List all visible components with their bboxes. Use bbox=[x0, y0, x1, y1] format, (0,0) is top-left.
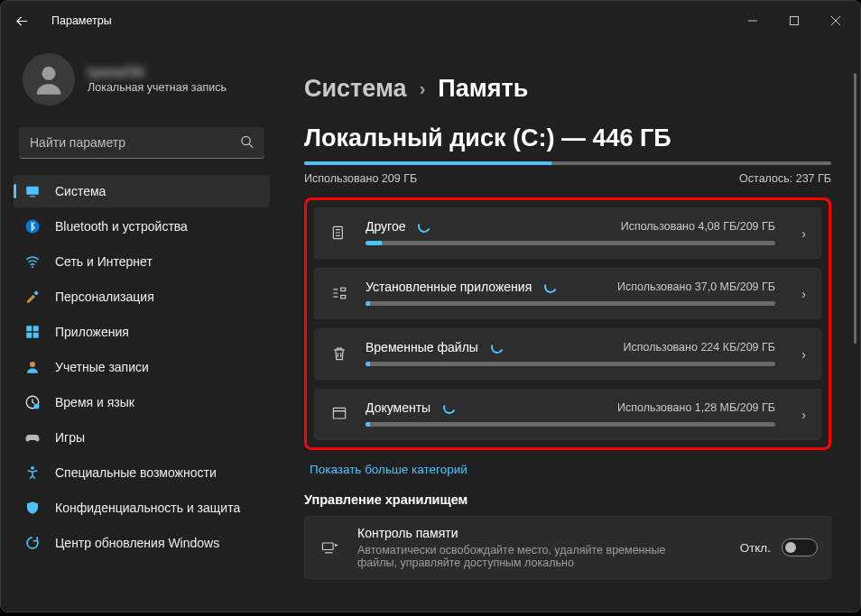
minimize-button[interactable] bbox=[732, 6, 773, 35]
category-used: Использовано 224 КБ/209 ГБ bbox=[624, 341, 775, 354]
account-name: tyomaTIK bbox=[88, 65, 227, 79]
svg-rect-10 bbox=[26, 333, 32, 338]
sidebar-item-personalization[interactable]: Персонализация bbox=[14, 280, 270, 313]
search-icon bbox=[240, 134, 254, 152]
personalization-icon bbox=[24, 289, 41, 305]
privacy-icon bbox=[24, 500, 41, 516]
category-used: Использовано 1,28 МБ/209 ГБ bbox=[617, 401, 775, 414]
close-button[interactable] bbox=[815, 6, 856, 35]
svg-point-15 bbox=[31, 466, 34, 470]
disk-free-label: Осталось: 237 ГБ bbox=[739, 172, 831, 185]
category-bar bbox=[366, 422, 775, 427]
storage-sense-card[interactable]: Контроль памяти Автоматически освобождай… bbox=[304, 516, 831, 579]
svg-rect-21 bbox=[323, 543, 334, 550]
svg-rect-0 bbox=[791, 17, 799, 25]
scrollbar[interactable] bbox=[854, 73, 857, 602]
avatar bbox=[23, 53, 75, 106]
sidebar-item-label: Персонализация bbox=[55, 290, 154, 304]
sidebar-item-system[interactable]: Система bbox=[14, 175, 270, 207]
wifi-icon bbox=[24, 253, 41, 270]
sidebar-item-label: Центр обновления Windows bbox=[55, 536, 219, 550]
category-bar bbox=[366, 362, 775, 366]
storage-sense-icon bbox=[319, 538, 339, 557]
loading-spinner-icon bbox=[542, 279, 559, 295]
category-bar bbox=[366, 241, 775, 245]
storage-category-installed[interactable]: Установленные приложенияИспользовано 37,… bbox=[314, 268, 821, 319]
storage-sense-toggle[interactable] bbox=[782, 538, 818, 556]
system-icon bbox=[24, 183, 41, 199]
svg-point-14 bbox=[34, 404, 40, 409]
svg-rect-9 bbox=[33, 326, 39, 331]
svg-rect-19 bbox=[333, 410, 345, 418]
category-used: Использовано 37,0 МБ/209 ГБ bbox=[617, 280, 775, 293]
sidebar-item-label: Игры bbox=[55, 430, 85, 445]
show-more-link[interactable]: Показать больше категорий bbox=[304, 459, 831, 487]
svg-rect-4 bbox=[30, 196, 35, 197]
back-button[interactable] bbox=[8, 7, 35, 34]
search-input[interactable] bbox=[19, 127, 264, 159]
sidebar-item-accessibility[interactable]: Специальные возможности bbox=[14, 456, 270, 489]
sidebar: tyomaTIK Локальная учетная запись Систем… bbox=[1, 41, 282, 611]
svg-rect-3 bbox=[26, 187, 39, 195]
account-block[interactable]: tyomaTIK Локальная учетная запись bbox=[14, 48, 270, 120]
other-icon bbox=[329, 223, 349, 243]
storage-category-documents[interactable]: ДокументыИспользовано 1,28 МБ/209 ГБ› bbox=[314, 389, 821, 440]
sidebar-item-time[interactable]: Время и язык bbox=[14, 386, 270, 418]
loading-spinner-icon bbox=[489, 339, 505, 355]
category-bar bbox=[366, 301, 775, 306]
category-used: Использовано 4,08 ГБ/209 ГБ bbox=[621, 220, 775, 233]
storage-sense-title: Контроль памяти bbox=[357, 526, 722, 540]
loading-spinner-icon bbox=[441, 400, 458, 416]
sidebar-item-label: Время и язык bbox=[55, 395, 134, 409]
chevron-right-icon: › bbox=[801, 226, 806, 241]
category-title: Установленные приложения bbox=[366, 280, 557, 294]
storage-category-other[interactable]: ДругоеИспользовано 4,08 ГБ/209 ГБ› bbox=[314, 207, 821, 259]
sidebar-item-apps[interactable]: Приложения bbox=[14, 316, 270, 348]
sidebar-item-accounts[interactable]: Учетные записи bbox=[14, 351, 270, 383]
breadcrumb-parent[interactable]: Система bbox=[304, 75, 407, 103]
storage-mgmt-title: Управление хранилищем bbox=[304, 492, 831, 507]
bluetooth-icon bbox=[24, 218, 41, 234]
accessibility-icon bbox=[24, 464, 41, 481]
app-title: Параметры bbox=[51, 14, 112, 27]
documents-icon bbox=[329, 404, 349, 424]
disk-usage-bar bbox=[304, 161, 831, 165]
svg-point-12 bbox=[30, 362, 35, 367]
sidebar-item-label: Специальные возможности bbox=[55, 465, 217, 480]
categories-highlight: ДругоеИспользовано 4,08 ГБ/209 ГБ›Устано… bbox=[304, 198, 831, 450]
storage-category-trash[interactable]: Временные файлыИспользовано 224 КБ/209 Г… bbox=[314, 328, 821, 380]
sidebar-item-bluetooth[interactable]: Bluetooth и устройства bbox=[14, 210, 270, 243]
loading-spinner-icon bbox=[417, 218, 433, 234]
scrollbar-thumb[interactable] bbox=[854, 73, 856, 344]
chevron-right-icon: › bbox=[801, 408, 806, 422]
titlebar: Параметры bbox=[1, 1, 860, 41]
category-title: Другое bbox=[366, 219, 430, 234]
update-icon bbox=[24, 535, 41, 551]
maximize-button[interactable] bbox=[773, 6, 815, 35]
trash-icon bbox=[329, 344, 349, 363]
sidebar-item-wifi[interactable]: Сеть и Интернет bbox=[14, 245, 270, 278]
sidebar-item-gaming[interactable]: Игры bbox=[14, 421, 270, 454]
disk-title: Локальный диск (C:) — 446 ГБ bbox=[304, 124, 831, 152]
svg-point-6 bbox=[32, 266, 33, 268]
category-title: Документы bbox=[366, 400, 456, 415]
breadcrumb: Система › Память bbox=[304, 75, 831, 103]
search-box[interactable] bbox=[19, 127, 264, 159]
sidebar-item-privacy[interactable]: Конфиденциальность и защита bbox=[14, 492, 270, 524]
storage-sense-subtitle: Автоматически освобождайте место, удаляй… bbox=[357, 544, 682, 569]
svg-rect-11 bbox=[33, 333, 39, 338]
time-icon bbox=[24, 394, 41, 410]
sidebar-item-label: Bluetooth и устройства bbox=[55, 219, 188, 234]
apps-icon bbox=[24, 324, 41, 340]
installed-icon bbox=[329, 283, 349, 303]
account-subtitle: Локальная учетная запись bbox=[88, 81, 227, 94]
breadcrumb-current: Память bbox=[438, 75, 528, 103]
sidebar-item-update[interactable]: Центр обновления Windows bbox=[14, 527, 270, 559]
sidebar-item-label: Приложения bbox=[55, 325, 129, 339]
svg-point-1 bbox=[42, 67, 56, 80]
chevron-right-icon: › bbox=[801, 287, 806, 301]
svg-point-2 bbox=[242, 136, 250, 144]
gaming-icon bbox=[24, 429, 41, 446]
sidebar-item-label: Учетные записи bbox=[55, 360, 149, 374]
sidebar-item-label: Сеть и Интернет bbox=[55, 254, 153, 269]
